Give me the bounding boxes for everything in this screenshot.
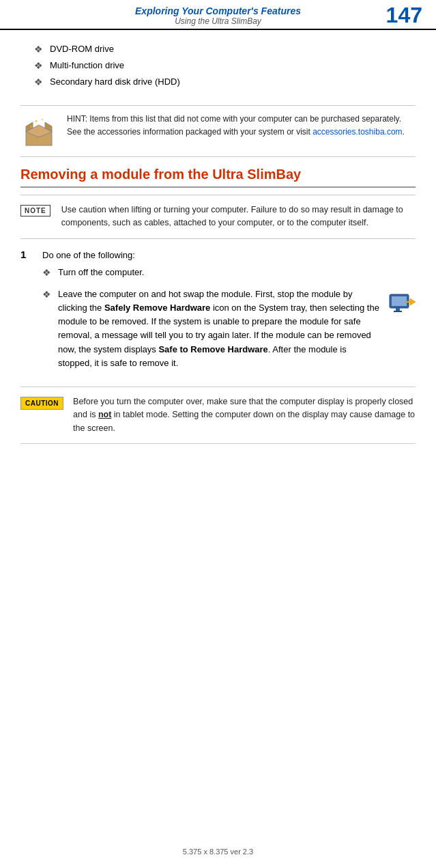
hint-box: ✦ ✦ ✦ HINT: Items from this list that di… bbox=[20, 105, 416, 157]
list-item-text: Multi-function drive bbox=[50, 60, 124, 70]
svg-text:✦: ✦ bbox=[34, 119, 38, 124]
hint-text: HINT: Items from this list that did not … bbox=[67, 113, 416, 138]
step-number: 1 bbox=[20, 249, 34, 260]
bullet-diamond-icon: ❖ bbox=[34, 60, 43, 71]
list-item-text: DVD-ROM drive bbox=[50, 44, 114, 54]
step-sub-list: ❖ Turn off the computer. ❖ Leave the com… bbox=[42, 262, 416, 370]
list-item: ❖ Turn off the computer. bbox=[42, 266, 416, 281]
page-header: Exploring Your Computer's Features Using… bbox=[0, 0, 436, 30]
footer-text: 5.375 x 8.375 ver 2.3 bbox=[183, 848, 253, 856]
svg-rect-9 bbox=[396, 308, 400, 311]
svg-rect-8 bbox=[392, 296, 407, 306]
step-content: Do one of the following: ❖ Turn off the … bbox=[42, 249, 416, 377]
bold-text-2: Safe to Remove Hardware bbox=[158, 344, 267, 354]
svg-text:✦: ✦ bbox=[41, 117, 44, 122]
hint-text-after-link: . bbox=[403, 127, 405, 137]
page-footer: 5.375 x 8.375 ver 2.3 bbox=[0, 848, 436, 856]
sub-bullet-diamond-icon: ❖ bbox=[42, 266, 51, 281]
page-number: 147 bbox=[386, 4, 422, 26]
hint-link[interactable]: accessories.toshiba.com bbox=[313, 127, 402, 137]
bold-text-1: Safely Remove Hardware bbox=[104, 303, 210, 313]
step-1: 1 Do one of the following: ❖ Turn off th… bbox=[20, 249, 416, 377]
hint-box-icon: ✦ ✦ ✦ bbox=[20, 113, 57, 150]
bullet-diamond-icon: ❖ bbox=[34, 44, 43, 55]
list-item: ❖ Multi-function drive bbox=[34, 60, 416, 71]
sub-bullet-diamond-icon: ❖ bbox=[42, 288, 51, 303]
note-box: NOTE Use caution when lifting or turning… bbox=[20, 195, 416, 239]
svg-rect-10 bbox=[394, 311, 402, 312]
safely-remove-hardware-icon bbox=[387, 289, 416, 318]
list-item-text: Secondary hard disk drive (HDD) bbox=[50, 76, 180, 87]
list-item: ❖ Leave the computer on and hot swap the… bbox=[42, 288, 416, 370]
step-label: Do one of the following: bbox=[42, 250, 135, 260]
caution-label: CAUTION bbox=[20, 397, 63, 410]
list-item: ❖ Secondary hard disk drive (HDD) bbox=[34, 76, 416, 87]
bullet-diamond-icon: ❖ bbox=[34, 76, 43, 87]
header-title: Exploring Your Computer's Features bbox=[14, 5, 422, 16]
note-label: NOTE bbox=[20, 205, 50, 216]
caution-box: CAUTION Before you turn the computer ove… bbox=[20, 387, 416, 444]
note-text: Use caution when lifting or turning your… bbox=[61, 204, 416, 230]
feature-list: ❖ DVD-ROM drive ❖ Multi-function drive ❖… bbox=[20, 37, 416, 100]
caution-text-after-bold: in tablet mode. Setting the computer dow… bbox=[73, 410, 415, 432]
sub-item-text: Turn off the computer. bbox=[58, 266, 144, 279]
main-content: ❖ DVD-ROM drive ❖ Multi-function drive ❖… bbox=[0, 30, 436, 485]
caution-bold-text: not bbox=[98, 410, 111, 419]
sub-item-content: Leave the computer on and hot swap the m… bbox=[58, 288, 416, 370]
header-subtitle: Using the Ultra SlimBay bbox=[14, 16, 422, 26]
caution-text: Before you turn the computer over, make … bbox=[73, 395, 416, 435]
sub-item-text: Leave the computer on and hot swap the m… bbox=[58, 288, 380, 370]
list-item: ❖ DVD-ROM drive bbox=[34, 44, 416, 55]
section-heading: Removing a module from the Ultra SlimBay bbox=[20, 167, 416, 188]
